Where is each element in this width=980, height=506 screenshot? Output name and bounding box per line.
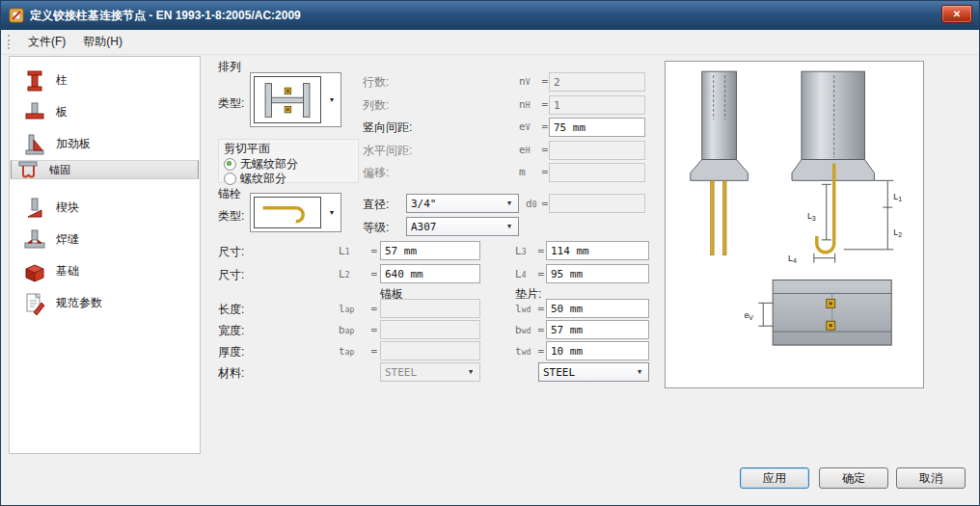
sidebar-item-plate[interactable]: 板 (11, 96, 199, 128)
diameter-select[interactable]: 3/4" ▼ (406, 194, 519, 213)
shear-option-threaded[interactable]: 螺纹部分 (224, 172, 353, 186)
svg-text:L4: L4 (788, 253, 797, 264)
h-section-image (254, 76, 321, 123)
radio-icon[interactable] (224, 173, 236, 185)
sidebar-item-wedge[interactable]: 楔块 (11, 192, 199, 224)
vertical-spacing-symbol: eV= (519, 120, 548, 133)
menu-help[interactable]: 帮助(H) (74, 31, 131, 53)
bwd-input[interactable] (546, 320, 649, 339)
weld-icon (22, 227, 47, 253)
offset-input (549, 163, 645, 182)
anchor-plate-material-select: STEEL ▼ (380, 362, 480, 382)
L1-symbol: L1= (339, 245, 377, 257)
hook-bolt-image (254, 197, 321, 228)
horizontal-spacing-label: 水平间距: (363, 143, 412, 159)
sidebar-item-foundation[interactable]: 基础 (11, 255, 199, 287)
L3-symbol: L3= (515, 245, 544, 257)
twd-input[interactable] (546, 341, 649, 360)
foundation-icon (22, 259, 47, 284)
L3-input[interactable] (546, 241, 649, 260)
chevron-down-icon: ▼ (464, 363, 477, 381)
L2-symbol: L2= (339, 268, 377, 280)
anchor-section-title: 锚栓 (218, 186, 241, 202)
grade-select[interactable]: A307 ▼ (406, 217, 519, 236)
lap-input (380, 299, 480, 318)
vertical-spacing-label: 竖向间距: (363, 120, 412, 136)
L4-input[interactable] (546, 264, 649, 283)
d0-symbol: d0= (526, 198, 548, 210)
washer-title: 垫片: (515, 286, 541, 303)
size-label-1: 尺寸: (218, 244, 244, 260)
washer-material-select[interactable]: STEEL ▼ (538, 362, 649, 382)
vertical-spacing-input[interactable] (549, 118, 645, 137)
diameter-value: 3/4" (411, 198, 437, 210)
grade-value: A307 (411, 221, 437, 233)
ok-button[interactable]: 确定 (819, 467, 888, 489)
width-label: 宽度: (218, 323, 244, 339)
sidebar-item-label: 柱 (56, 72, 68, 89)
sidebar: 柱 板 加劲板 锚固 (9, 56, 201, 454)
sidebar-item-column[interactable]: 柱 (11, 65, 199, 96)
shear-plane-group: 剪切平面 无螺纹部分 螺纹部分 (218, 139, 359, 183)
anchor-type-combo[interactable]: ▼ (250, 193, 341, 232)
svg-text:L2: L2 (893, 227, 902, 238)
rows-count-symbol: nV= (519, 75, 548, 88)
size-label-2: 尺寸: (218, 267, 244, 283)
bap-symbol: bap= (339, 324, 377, 336)
horizontal-spacing-symbol: eH= (519, 144, 548, 156)
plate-icon (22, 100, 47, 125)
bap-input (380, 320, 480, 339)
grade-label: 等级: (363, 220, 389, 236)
lwd-input[interactable] (546, 299, 649, 318)
sidebar-item-weld[interactable]: 焊缝 (11, 224, 199, 255)
rows-count-label: 行数: (363, 74, 389, 91)
anchor-type-label: 类型: (218, 208, 244, 225)
thickness-label: 厚度: (218, 344, 244, 360)
L4-symbol: L4= (515, 268, 544, 280)
sidebar-item-label: 焊缝 (56, 231, 79, 248)
length-label: 长度: (218, 302, 244, 318)
L2-input[interactable] (380, 264, 480, 283)
sidebar-item-code-parameters[interactable]: 规范参数 (11, 287, 199, 319)
app-icon (9, 8, 24, 23)
sidebar-item-label: 加劲板 (56, 136, 91, 152)
menu-file[interactable]: 文件(F) (19, 31, 74, 53)
preview-panel: L1 L2 L3 L4 eV (665, 61, 924, 388)
stiffener-icon (22, 132, 47, 157)
main-form: 排列 类型: ▼ 行数: nV= 列数: nH= 竖向间距: (208, 56, 658, 454)
anchorage-icon (15, 157, 41, 182)
svg-text:L3: L3 (807, 211, 816, 222)
column-icon (22, 68, 47, 93)
sidebar-item-anchorage[interactable]: 锚固 (11, 160, 199, 179)
close-button[interactable]: ✕ (941, 5, 972, 23)
apply-button[interactable]: 应用 (740, 467, 809, 489)
arrangement-type-combo[interactable]: ▼ (250, 72, 341, 127)
window-title: 定义铰接柱基连接节点 - EN 1993-1-8:2005/AC:2009 (30, 8, 301, 24)
twd-symbol: twd= (515, 345, 544, 358)
sidebar-item-stiffener[interactable]: 加劲板 (11, 128, 199, 160)
cancel-button[interactable]: 取消 (896, 467, 966, 489)
washer-material-value: STEEL (543, 366, 575, 379)
title-bar[interactable]: 定义铰接柱基连接节点 - EN 1993-1-8:2005/AC:2009 ✕ (1, 1, 979, 30)
lap-symbol: lap= (339, 303, 377, 315)
chevron-down-icon: ▼ (503, 218, 516, 235)
cols-count-input (549, 95, 645, 115)
radio-icon[interactable] (224, 158, 236, 171)
d0-input (549, 194, 645, 213)
shear-option-unthreaded[interactable]: 无螺纹部分 (224, 157, 353, 172)
offset-symbol: m= (519, 166, 548, 178)
lwd-symbol: lwd= (515, 303, 544, 315)
sidebar-item-label: 楔块 (56, 200, 79, 216)
arrangement-section-title: 排列 (218, 59, 241, 75)
L1-input[interactable] (380, 241, 480, 260)
radio-label: 螺纹部分 (240, 171, 286, 187)
anchor-plate-material-value: STEEL (385, 366, 417, 379)
sidebar-item-label: 规范参数 (56, 295, 102, 311)
diameter-label: 直径: (363, 197, 389, 213)
dialog-window: 定义铰接柱基连接节点 - EN 1993-1-8:2005/AC:2009 ✕ … (0, 0, 980, 506)
menu-grip (8, 35, 13, 49)
code-parameters-icon (22, 291, 47, 316)
arrangement-type-label: 类型: (218, 95, 244, 112)
chevron-down-icon: ▼ (503, 195, 516, 212)
horizontal-spacing-input (549, 141, 645, 160)
